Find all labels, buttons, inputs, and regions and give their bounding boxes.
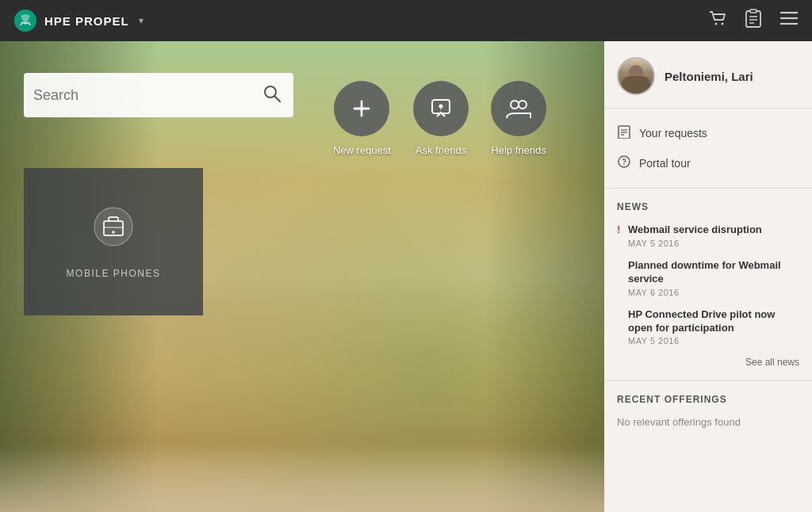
user-profile: Peltoniemi, Lari bbox=[604, 41, 812, 109]
no-offerings-label: No relevant offerings found bbox=[617, 416, 799, 428]
help-friends-action[interactable]: Help friends bbox=[491, 81, 546, 156]
actions-row: New request ? Ask friends bbox=[333, 81, 546, 156]
mobile-phones-icon bbox=[92, 205, 135, 257]
news-item-2[interactable]: Planned downtime for Webmail service MAY… bbox=[617, 259, 799, 297]
svg-text:?: ? bbox=[622, 158, 626, 166]
your-requests-icon bbox=[617, 124, 631, 142]
bg-floor bbox=[0, 449, 604, 512]
search-input[interactable] bbox=[33, 87, 260, 104]
ask-friends-action[interactable]: ? Ask friends bbox=[413, 81, 469, 156]
avatar bbox=[617, 57, 655, 95]
offerings-title: RECENT OFFERINGS bbox=[617, 394, 799, 405]
sidebar: Peltoniemi, Lari Your requests bbox=[604, 41, 812, 512]
content-area: New request ? Ask friends bbox=[0, 41, 604, 512]
svg-point-23 bbox=[112, 231, 115, 234]
sidebar-links: Your requests ? Portal tour bbox=[604, 109, 812, 189]
svg-rect-3 bbox=[746, 11, 760, 27]
help-friends-icon bbox=[491, 81, 546, 136]
category-tile-mobile-phones[interactable]: MOBILE PHONES bbox=[24, 168, 203, 315]
new-request-label: New request bbox=[333, 144, 391, 156]
new-request-action[interactable]: New request bbox=[333, 81, 391, 156]
hamburger-menu-icon[interactable] bbox=[779, 10, 799, 32]
news-item-3-date: MAY 5 2016 bbox=[628, 336, 799, 346]
your-requests-label: Your requests bbox=[639, 127, 707, 139]
see-all-news-link[interactable]: See all news bbox=[617, 357, 799, 368]
topbar-right bbox=[707, 8, 799, 33]
recent-offerings-section: RECENT OFFERINGS No relevant offerings f… bbox=[604, 381, 812, 441]
search-container bbox=[24, 73, 293, 117]
avatar-image bbox=[619, 59, 653, 94]
portal-tour-link[interactable]: ? Portal tour bbox=[604, 148, 812, 178]
news-section: NEWS Webmail service disruption MAY 5 20… bbox=[604, 189, 812, 381]
your-requests-link[interactable]: Your requests bbox=[604, 118, 812, 148]
ask-friends-label: Ask friends bbox=[416, 144, 466, 156]
mobile-phones-label: MOBILE PHONES bbox=[67, 268, 161, 279]
news-item-1[interactable]: Webmail service disruption MAY 5 2016 bbox=[617, 224, 799, 248]
ask-friends-icon: ? bbox=[413, 81, 469, 136]
portal-tour-label: Portal tour bbox=[639, 157, 691, 170]
svg-point-20 bbox=[94, 208, 132, 246]
svg-text:?: ? bbox=[439, 103, 443, 111]
portal-tour-icon: ? bbox=[617, 155, 631, 172]
news-title: NEWS bbox=[617, 201, 799, 212]
svg-point-19 bbox=[519, 101, 527, 109]
user-name: Peltoniemi, Lari bbox=[665, 70, 753, 83]
svg-rect-4 bbox=[750, 10, 756, 13]
news-item-3[interactable]: HP Connected Drive pilot now open for pa… bbox=[617, 308, 799, 346]
news-item-2-date: MAY 6 2016 bbox=[628, 288, 799, 297]
topbar-left: HPE PROPEL ▾ bbox=[13, 8, 144, 33]
news-item-1-date: MAY 5 2016 bbox=[628, 239, 799, 248]
topbar-title: HPE PROPEL bbox=[44, 14, 129, 28]
news-item-3-headline: HP Connected Drive pilot now open for pa… bbox=[628, 308, 799, 335]
clipboard-icon[interactable] bbox=[744, 8, 763, 33]
cart-icon[interactable] bbox=[707, 8, 728, 33]
help-friends-label: Help friends bbox=[491, 144, 546, 156]
main-layout: New request ? Ask friends bbox=[0, 41, 812, 512]
news-item-1-headline: Webmail service disruption bbox=[628, 224, 799, 237]
search-button[interactable] bbox=[260, 82, 284, 109]
topbar-chevron-icon[interactable]: ▾ bbox=[139, 15, 144, 26]
topbar: HPE PROPEL ▾ bbox=[0, 0, 812, 41]
svg-point-2 bbox=[722, 23, 724, 25]
svg-line-12 bbox=[274, 96, 280, 101]
svg-point-18 bbox=[511, 101, 519, 109]
search-box bbox=[24, 73, 293, 117]
svg-point-1 bbox=[715, 23, 718, 25]
new-request-icon bbox=[334, 81, 389, 136]
news-item-2-headline: Planned downtime for Webmail service bbox=[628, 259, 799, 286]
hpe-logo-icon bbox=[13, 8, 38, 33]
